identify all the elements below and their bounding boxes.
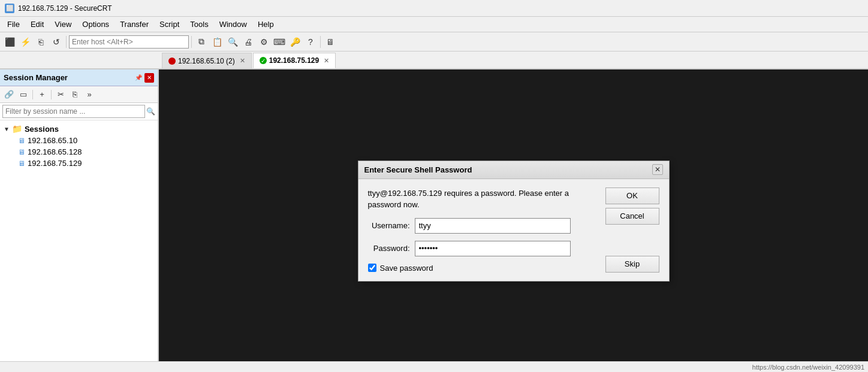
tab-bar: 192.168.65.10 (2) ✕ ✓ 192.168.75.129 ✕ (0, 52, 868, 69)
toolbar-print-btn[interactable]: 🖨 (241, 35, 255, 49)
session-icon-0: 🖥 (18, 137, 25, 145)
tab-ok-icon: ✓ (260, 57, 267, 64)
session-label-1: 192.168.65.128 (28, 147, 82, 156)
dialog-body: ttyy@192.168.75.129 requires a password.… (358, 179, 669, 281)
address-input[interactable] (69, 35, 189, 49)
toolbar-settings-btn[interactable]: ⚙ (257, 35, 271, 49)
tab-session-1[interactable]: 192.168.65.10 (2) ✕ (162, 53, 252, 68)
session-header: Session Manager 📌 ✕ (0, 69, 158, 86)
session-tb-add-btn[interactable]: + (35, 89, 49, 101)
skip-button[interactable]: Skip (605, 256, 659, 273)
save-password-checkbox[interactable] (368, 264, 376, 272)
menu-script[interactable]: Script (155, 19, 184, 30)
ok-button[interactable]: OK (605, 187, 659, 204)
dialog-title-bar: Enter Secure Shell Password ✕ (358, 161, 669, 179)
toolbar-paste-btn[interactable]: 📋 (210, 35, 224, 49)
session-close-btn[interactable]: ✕ (144, 73, 154, 83)
session-icon-1: 🖥 (18, 148, 25, 156)
username-label: Username: (368, 221, 410, 230)
session-item-0[interactable]: 🖥 192.168.65.10 (0, 135, 158, 146)
dialog-left: ttyy@192.168.75.129 requires a password.… (368, 187, 599, 273)
toolbar-copy-btn[interactable]: ⧉ (194, 35, 209, 49)
toolbar-monitor-btn[interactable]: 🖥 (323, 35, 337, 49)
dialog-right: OK Cancel Skip (605, 187, 659, 273)
sessions-root-label: Sessions (25, 125, 59, 134)
toolbar-flash-btn[interactable]: ⚡ (18, 35, 32, 49)
session-filter: 🔍 (0, 103, 158, 120)
session-tb-more-btn[interactable]: » (83, 89, 96, 101)
tab-error-icon (168, 58, 176, 65)
status-text: https://blog.csdn.net/weixin_42099391 (752, 364, 864, 371)
menu-options[interactable]: Options (77, 19, 114, 30)
session-manager-title: Session Manager (4, 73, 68, 82)
tab-close-2[interactable]: ✕ (324, 57, 329, 65)
dialog-message: ttyy@192.168.75.129 requires a password.… (368, 187, 599, 211)
session-filter-icon: 🔍 (146, 107, 155, 116)
session-header-buttons: 📌 ✕ (134, 73, 154, 83)
username-row: Username: (368, 218, 599, 234)
session-icon-2: 🖥 (18, 159, 25, 168)
menu-view[interactable]: View (50, 19, 76, 30)
session-label-0: 192.168.65.10 (28, 136, 77, 145)
session-tb-sep2 (51, 90, 52, 99)
menu-transfer[interactable]: Transfer (115, 19, 153, 30)
toolbar-keyboard-btn[interactable]: ⌨ (272, 35, 287, 49)
tree-arrow-icon: ▼ (4, 126, 10, 132)
cancel-button[interactable]: Cancel (605, 208, 659, 225)
menu-bar: File Edit View Options Transfer Script T… (0, 17, 868, 32)
tab-label-1: 192.168.65.10 (2) (178, 57, 235, 65)
session-filter-input[interactable] (2, 105, 145, 118)
menu-file[interactable]: File (2, 19, 25, 30)
password-row: Password: (368, 241, 599, 256)
title-bar-text: 192.168.75.129 - SecureCRT (18, 4, 112, 13)
title-bar: ⬜ 192.168.75.129 - SecureCRT (0, 0, 868, 17)
session-item-1[interactable]: 🖥 192.168.65.128 (0, 146, 158, 158)
session-tree: ▼ 📁 Sessions 🖥 192.168.65.10 🖥 192.168.6… (0, 120, 158, 372)
folder-icon: 📁 (12, 124, 22, 134)
session-tb-sep (32, 90, 33, 99)
session-toolbar: 🔗 ▭ + ✂ ⎘ » (0, 86, 158, 103)
tab-close-1[interactable]: ✕ (240, 57, 245, 65)
password-input[interactable] (415, 241, 571, 256)
menu-help[interactable]: Help (253, 19, 279, 30)
session-tb-copy-btn[interactable]: ⎘ (68, 89, 82, 101)
password-label: Password: (368, 244, 410, 253)
session-tb-link-btn[interactable]: 🔗 (2, 89, 16, 101)
toolbar-help-btn[interactable]: ? (303, 35, 318, 49)
sessions-root[interactable]: ▼ 📁 Sessions (0, 123, 158, 135)
session-item-2[interactable]: 🖥 192.168.75.129 (0, 158, 158, 169)
dialog-overlay: Enter Secure Shell Password ✕ ttyy@192.1… (159, 69, 868, 372)
app-icon: ⬜ (5, 4, 14, 13)
password-dialog: Enter Secure Shell Password ✕ ttyy@192.1… (358, 161, 670, 282)
toolbar-clone-btn[interactable]: ⎗ (34, 35, 48, 49)
toolbar-sep-1 (66, 36, 67, 48)
toolbar-key-btn[interactable]: 🔑 (288, 35, 302, 49)
save-password-label: Save password (380, 264, 433, 273)
toolbar-find-btn[interactable]: 🔍 (225, 35, 240, 49)
dialog-title: Enter Secure Shell Password (364, 165, 472, 174)
dialog-close-btn[interactable]: ✕ (652, 164, 663, 175)
menu-edit[interactable]: Edit (26, 19, 49, 30)
session-panel: Session Manager 📌 ✕ 🔗 ▭ + ✂ ⎘ » 🔍 ▼ 📁 S (0, 69, 159, 372)
tab-label-2: 192.168.75.129 (269, 56, 319, 65)
toolbar: ⬛ ⚡ ⎗ ↺ ⧉ 📋 🔍 🖨 ⚙ ⌨ 🔑 ? 🖥 (0, 32, 868, 52)
session-pin-btn[interactable]: 📌 (134, 73, 143, 83)
toolbar-sep-2 (191, 36, 192, 48)
session-tb-cut-btn[interactable]: ✂ (54, 89, 67, 101)
session-tb-tile-btn[interactable]: ▭ (17, 89, 30, 101)
toolbar-reconnect-btn[interactable]: ↺ (49, 35, 64, 49)
toolbar-sep-3 (320, 36, 321, 48)
main-layout: Session Manager 📌 ✕ 🔗 ▭ + ✂ ⎘ » 🔍 ▼ 📁 S (0, 69, 868, 372)
username-input[interactable] (415, 218, 571, 234)
tab-session-2[interactable]: ✓ 192.168.75.129 ✕ (253, 53, 336, 68)
toolbar-connect-btn[interactable]: ⬛ (2, 35, 17, 49)
save-password-row: Save password (368, 264, 599, 273)
session-label-2: 192.168.75.129 (28, 159, 82, 168)
menu-tools[interactable]: Tools (185, 19, 213, 30)
content-area: Enter Secure Shell Password ✕ ttyy@192.1… (159, 69, 868, 372)
menu-window[interactable]: Window (215, 19, 252, 30)
status-bar: https://blog.csdn.net/weixin_42099391 (0, 361, 868, 372)
